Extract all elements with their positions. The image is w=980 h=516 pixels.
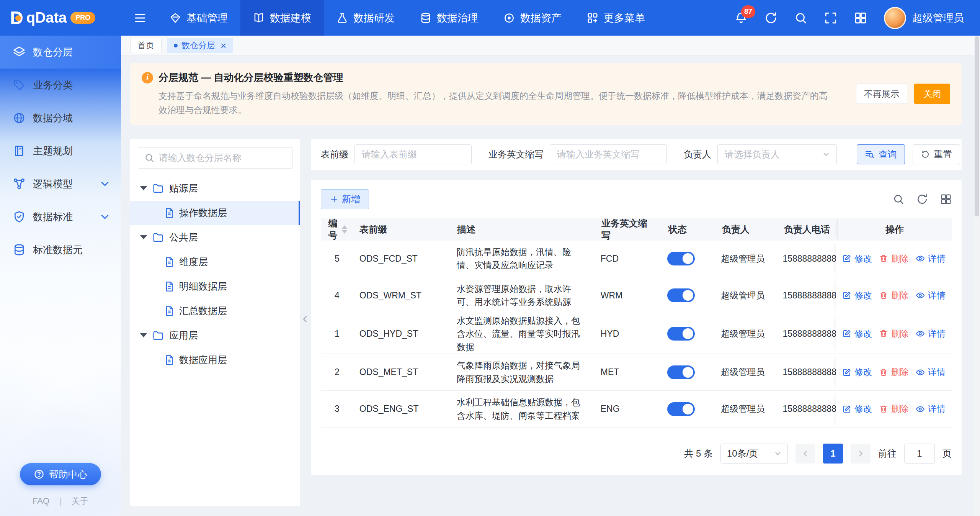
table-refresh-button[interactable] [916, 193, 928, 205]
caret-down-icon[interactable] [140, 235, 147, 239]
edit-icon [842, 254, 851, 263]
refresh-button[interactable] [764, 11, 777, 25]
reset-button[interactable]: 重置 [913, 144, 960, 164]
header-id[interactable]: 编号 [321, 218, 353, 241]
tree-collapse-handle[interactable] [300, 308, 310, 331]
edit-button[interactable]: 修改 [842, 327, 872, 341]
header-phone: 负责人电话 [778, 218, 837, 241]
delete-button[interactable]: 删除 [879, 289, 909, 302]
status-toggle[interactable] [667, 365, 695, 379]
nav-item-more-menu[interactable]: 更多菜单 [574, 0, 658, 36]
status-toggle[interactable] [667, 327, 695, 341]
tree-node-summary-layer[interactable]: 汇总数据层 [130, 299, 300, 323]
column-settings-button[interactable] [940, 193, 952, 205]
status-toggle[interactable] [667, 252, 695, 265]
nav-item-data-governance[interactable]: 数据治理 [407, 0, 491, 36]
tab-warehouse-layers[interactable]: 数仓分层 × [167, 38, 233, 53]
chevron-down-icon [822, 150, 830, 159]
global-search-button[interactable] [794, 11, 807, 25]
user-avatar [884, 7, 906, 29]
nav-item-data-rd[interactable]: 数据研发 [324, 0, 407, 36]
next-page-button[interactable] [851, 444, 871, 464]
hamburger-menu-icon[interactable] [133, 11, 147, 25]
sidebar-item-data-domain[interactable]: 数据分域 [0, 102, 121, 134]
banner-close-button[interactable]: 关闭 [914, 84, 950, 104]
chevron-down-icon [99, 211, 111, 223]
nav-item-data-assets[interactable]: 数据资产 [491, 0, 574, 36]
tree-node-dimension-layer[interactable]: 维度层 [130, 250, 300, 274]
scrollbar-thumb[interactable] [975, 36, 979, 216]
query-button[interactable]: 查询 [857, 144, 905, 164]
tree-node-common-layer[interactable]: 公共层 [130, 225, 300, 250]
help-center-button[interactable]: 帮助中心 [20, 463, 101, 485]
apps-button[interactable] [854, 11, 867, 25]
tree-node-label: 汇总数据层 [179, 305, 227, 317]
status-toggle[interactable] [667, 402, 695, 416]
sidebar-item-business-category[interactable]: 业务分类 [0, 69, 121, 102]
tab-close-icon[interactable]: × [220, 41, 226, 51]
delete-button[interactable]: 删除 [879, 252, 909, 265]
tree-node-detail-layer[interactable]: 明细数据层 [130, 274, 300, 299]
tree-node-ods-layer[interactable]: 操作数据层 [130, 201, 300, 225]
status-toggle[interactable] [667, 288, 695, 302]
brand-logo[interactable]: D qData PRO [0, 9, 121, 27]
user-menu[interactable]: 超级管理员 [884, 7, 964, 29]
sidebar-item-logic-model[interactable]: 逻辑模型 [0, 167, 121, 200]
detail-button[interactable]: 详情 [916, 327, 946, 341]
delete-button[interactable]: 删除 [879, 327, 909, 341]
delete-button[interactable]: 删除 [879, 402, 909, 416]
total-count: 共 5 条 [684, 447, 713, 460]
sidebar-item-standard-data-element[interactable]: 标准数据元 [0, 233, 121, 266]
sidebar-item-topic-planning[interactable]: 主题规划 [0, 134, 121, 167]
current-page-button[interactable]: 1 [823, 444, 843, 464]
tree-node-app-layer[interactable]: 应用层 [130, 323, 300, 348]
sidebar-item-data-standard[interactable]: 数据标准 [0, 200, 121, 233]
owner-filter-select[interactable]: 请选择负责人 [717, 144, 837, 164]
cell-status [661, 354, 715, 390]
prev-page-button[interactable] [795, 444, 815, 464]
nav-item-basic-management[interactable]: 基础管理 [157, 0, 240, 36]
detail-button[interactable]: 详情 [916, 402, 946, 416]
goto-page-input[interactable] [904, 444, 935, 464]
edit-button[interactable]: 修改 [842, 289, 872, 302]
sidebar-item-warehouse-layers[interactable]: 数仓分层 [0, 36, 121, 69]
owner-filter-label: 负责人 [684, 148, 711, 161]
faq-link[interactable]: FAQ [33, 496, 49, 506]
edit-button[interactable]: 修改 [842, 402, 872, 416]
abbr-filter-input[interactable] [550, 144, 667, 164]
edit-button[interactable]: 修改 [842, 365, 872, 379]
nav-item-data-modeling[interactable]: 数据建模 [240, 0, 324, 36]
tree-search-input[interactable] [159, 152, 286, 163]
page-scrollbar[interactable] [974, 36, 980, 516]
detail-button[interactable]: 详情 [916, 252, 946, 265]
header-prefix: 表前缀 [353, 218, 451, 241]
fullscreen-button[interactable] [824, 11, 837, 25]
caret-down-icon[interactable] [140, 186, 147, 190]
cell-status [661, 314, 715, 354]
caret-down-icon[interactable] [140, 333, 147, 337]
logo-mark-icon: D [10, 9, 23, 27]
delete-button[interactable]: 删除 [879, 365, 909, 379]
cell-phone: 15888888888 [776, 277, 836, 314]
tree-node-source-layer[interactable]: 贴源层 [130, 176, 300, 201]
sort-icons[interactable] [342, 225, 347, 234]
add-button[interactable]: 新增 [321, 189, 369, 209]
detail-button[interactable]: 详情 [916, 365, 946, 379]
prefix-filter-input[interactable] [354, 144, 472, 164]
flask-icon [336, 12, 348, 24]
add-button-label: 新增 [342, 193, 360, 205]
table-header: 编号 表前缀 描述 业务英文缩写 状态 负责人 负责人电话 操作 [321, 218, 952, 241]
cell-prefix: ODS_MET_ST [353, 354, 451, 390]
dismiss-button[interactable]: 不再展示 [856, 84, 907, 104]
table-search-button[interactable] [893, 193, 904, 205]
about-link[interactable]: 关于 [72, 495, 88, 507]
notification-button[interactable]: 87 [735, 11, 748, 25]
edit-button[interactable]: 修改 [842, 252, 872, 265]
tab-home[interactable]: 首页 [130, 38, 162, 53]
search-icon [794, 11, 807, 25]
detail-button[interactable]: 详情 [916, 289, 946, 302]
tree-node-data-app-layer[interactable]: 数据应用层 [130, 348, 300, 372]
prefix-filter-label: 表前缀 [321, 148, 348, 161]
main-area: 首页 数仓分层 × i 分层规范 — 自动化分层校验重塑数仓管理 支持基于命名规… [121, 36, 980, 516]
page-size-select[interactable]: 10条/页 [720, 444, 788, 464]
